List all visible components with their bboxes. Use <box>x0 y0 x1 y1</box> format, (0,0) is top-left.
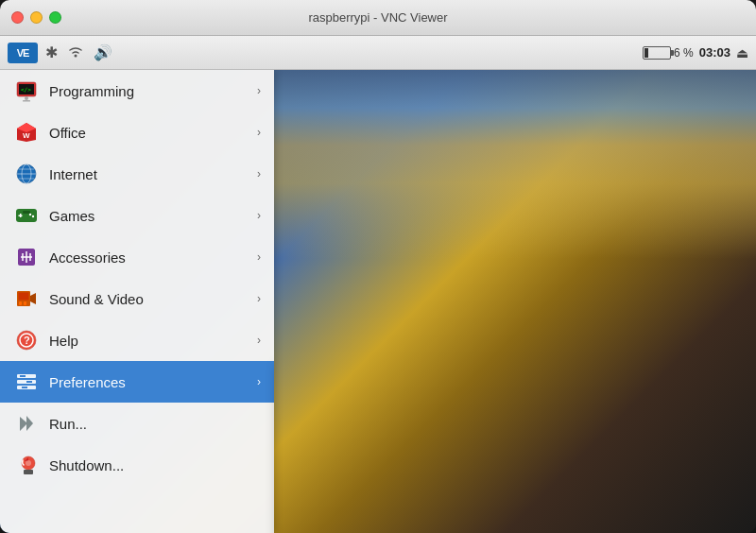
games-label: Games <box>49 208 257 224</box>
sound-video-icon <box>13 285 40 312</box>
vnc-toolbar: VE ✱ 🔊 6 % 03:03 ⏏ <box>0 36 756 70</box>
menu-area: </> Programming › W Office › <box>0 70 274 533</box>
volume-icon: 🔊 <box>92 43 114 61</box>
battery-fill <box>644 48 648 58</box>
office-arrow: › <box>257 126 261 139</box>
accessories-icon <box>13 244 40 270</box>
accessories-arrow: › <box>257 250 261 264</box>
svg-point-3 <box>25 96 28 100</box>
help-label: Help <box>49 333 257 349</box>
internet-arrow: › <box>257 167 261 181</box>
sidebar-item-help[interactable]: ? Help › <box>0 319 274 361</box>
svg-point-17 <box>29 214 31 215</box>
main-window: raspberrypi - VNC Viewer VE ✱ 🔊 <box>0 0 756 533</box>
shutdown-label: Shutdown... <box>49 457 261 473</box>
svg-text:W: W <box>23 131 30 140</box>
preferences-icon <box>13 369 40 395</box>
sidebar-item-games[interactable]: Games › <box>0 195 274 236</box>
svg-rect-33 <box>22 387 27 388</box>
battery-indicator: 6 % <box>643 46 694 60</box>
preferences-arrow: › <box>257 375 261 388</box>
svg-text:</>: </> <box>21 86 31 93</box>
titlebar-buttons <box>11 11 61 24</box>
svg-point-73 <box>26 460 31 466</box>
svg-marker-24 <box>30 293 36 304</box>
wifi-icon <box>65 44 86 61</box>
svg-point-0 <box>75 54 77 57</box>
sidebar-item-sound-video[interactable]: Sound & Video › <box>0 278 274 319</box>
help-arrow: › <box>257 334 261 347</box>
window-title: raspberrypi - VNC Viewer <box>308 10 447 25</box>
shutdown-icon <box>13 452 40 478</box>
main-menu: </> Programming › W Office › <box>0 70 274 533</box>
sidebar-item-programming[interactable]: </> Programming › <box>0 70 274 112</box>
minimize-button[interactable] <box>30 11 43 24</box>
sidebar-item-run[interactable]: Run... <box>0 403 274 444</box>
titlebar: raspberrypi - VNC Viewer <box>0 0 756 36</box>
accessories-label: Accessories <box>49 249 257 266</box>
svg-rect-21 <box>19 293 29 301</box>
svg-rect-74 <box>24 470 33 474</box>
office-label: Office <box>49 125 257 141</box>
games-icon <box>13 202 40 229</box>
preferences-label: Preferences <box>49 374 257 390</box>
svg-rect-31 <box>20 375 26 377</box>
internet-icon <box>13 161 40 187</box>
svg-point-18 <box>32 215 34 217</box>
sidebar-item-shutdown[interactable]: Shutdown... <box>0 444 274 486</box>
run-label: Run... <box>49 416 261 432</box>
eject-icon: ⏏ <box>736 45 748 60</box>
sidebar-item-accessories[interactable]: Accessories › <box>0 236 274 278</box>
run-icon <box>13 410 40 437</box>
svg-rect-19 <box>23 211 30 214</box>
svg-rect-32 <box>26 381 32 383</box>
clock: 03:03 <box>699 45 730 60</box>
sound-video-arrow: › <box>257 292 261 305</box>
games-arrow: › <box>257 209 261 222</box>
sound-video-label: Sound & Video <box>49 291 257 307</box>
sidebar-item-internet[interactable]: Internet › <box>0 153 274 195</box>
vnc-logo: VE <box>8 43 38 63</box>
svg-rect-23 <box>24 301 26 305</box>
battery-bar <box>643 46 671 60</box>
programming-icon: </> <box>13 77 40 104</box>
office-icon: W <box>13 119 40 146</box>
svg-rect-4 <box>23 100 30 102</box>
svg-rect-22 <box>19 301 22 305</box>
sidebar-item-preferences[interactable]: Preferences › + <box>0 361 274 403</box>
sky-overlay <box>274 70 756 259</box>
programming-arrow: › <box>257 84 261 97</box>
maximize-button[interactable] <box>49 11 61 24</box>
internet-label: Internet <box>49 166 257 182</box>
svg-rect-16 <box>19 215 23 217</box>
close-button[interactable] <box>11 11 24 24</box>
sidebar-item-office[interactable]: W Office › <box>0 112 274 153</box>
svg-text:?: ? <box>24 335 30 346</box>
bluetooth-icon: ✱ <box>43 43 60 61</box>
battery-percent: 6 % <box>674 46 694 60</box>
programming-label: Programming <box>49 83 257 99</box>
help-icon: ? <box>13 327 40 353</box>
